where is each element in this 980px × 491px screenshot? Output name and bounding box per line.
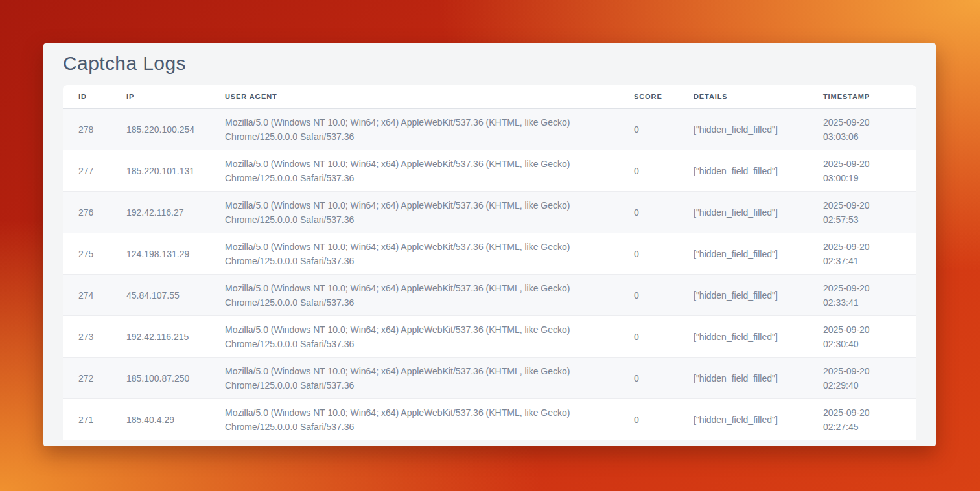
cell-details: ["hidden_field_filled"]	[678, 399, 808, 440]
page-title: Captcha Logs	[43, 43, 936, 75]
page-background: { "page": { "title": "Captcha Logs" }, "…	[0, 0, 980, 491]
cell-ip: 185.220.100.254	[111, 109, 209, 150]
cell-details: ["hidden_field_filled"]	[678, 316, 808, 358]
table-header-row: ID IP USER AGENT SCORE DETAILS TIMESTAMP	[63, 85, 916, 109]
cell-ip: 192.42.116.27	[111, 192, 209, 233]
cell-user-agent: Mozilla/5.0 (Windows NT 10.0; Win64; x64…	[209, 399, 618, 440]
table-header: ID IP USER AGENT SCORE DETAILS TIMESTAMP	[63, 85, 916, 109]
cell-id: 277	[63, 150, 111, 192]
cell-timestamp: 2025-09-20 02:33:41	[808, 275, 916, 316]
cell-id: 274	[63, 275, 111, 316]
cell-id: 273	[63, 316, 111, 358]
cell-user-agent: Mozilla/5.0 (Windows NT 10.0; Win64; x64…	[209, 150, 618, 192]
table-row: 275 124.198.131.29 Mozilla/5.0 (Windows …	[63, 233, 916, 275]
cell-score: 0	[618, 233, 678, 275]
cell-details: ["hidden_field_filled"]	[678, 109, 808, 150]
table-row: 277 185.220.101.131 Mozilla/5.0 (Windows…	[63, 150, 916, 192]
cell-id: 278	[63, 109, 111, 150]
column-header-timestamp: TIMESTAMP	[808, 85, 916, 109]
cell-user-agent: Mozilla/5.0 (Windows NT 10.0; Win64; x64…	[209, 233, 618, 275]
cell-timestamp: 2025-09-20 02:30:40	[808, 316, 916, 358]
cell-timestamp: 2025-09-20 03:03:06	[808, 109, 916, 150]
cell-ip: 124.198.131.29	[111, 233, 209, 275]
table-row: 278 185.220.100.254 Mozilla/5.0 (Windows…	[63, 109, 916, 150]
cell-user-agent: Mozilla/5.0 (Windows NT 10.0; Win64; x64…	[209, 109, 618, 150]
cell-details: ["hidden_field_filled"]	[678, 192, 808, 233]
cell-timestamp: 2025-09-20 02:29:40	[808, 358, 916, 399]
cell-score: 0	[618, 109, 678, 150]
cell-details: ["hidden_field_filled"]	[678, 150, 808, 192]
column-header-score: SCORE	[618, 85, 678, 109]
cell-id: 272	[63, 358, 111, 399]
cell-score: 0	[618, 150, 678, 192]
column-header-user-agent: USER AGENT	[209, 85, 618, 109]
captcha-logs-table: ID IP USER AGENT SCORE DETAILS TIMESTAMP…	[63, 85, 916, 440]
cell-id: 275	[63, 233, 111, 275]
cell-timestamp: 2025-09-20 02:37:41	[808, 233, 916, 275]
cell-details: ["hidden_field_filled"]	[678, 358, 808, 399]
cell-score: 0	[618, 275, 678, 316]
cell-user-agent: Mozilla/5.0 (Windows NT 10.0; Win64; x64…	[209, 275, 618, 316]
cell-score: 0	[618, 192, 678, 233]
cell-ip: 185.40.4.29	[111, 399, 209, 440]
cell-details: ["hidden_field_filled"]	[678, 275, 808, 316]
cell-details: ["hidden_field_filled"]	[678, 233, 808, 275]
table-row: 272 185.100.87.250 Mozilla/5.0 (Windows …	[63, 358, 916, 399]
table-row: 276 192.42.116.27 Mozilla/5.0 (Windows N…	[63, 192, 916, 233]
table-body: 278 185.220.100.254 Mozilla/5.0 (Windows…	[63, 109, 916, 440]
cell-user-agent: Mozilla/5.0 (Windows NT 10.0; Win64; x64…	[209, 192, 618, 233]
cell-timestamp: 2025-09-20 02:57:53	[808, 192, 916, 233]
cell-timestamp: 2025-09-20 03:00:19	[808, 150, 916, 192]
column-header-details: DETAILS	[678, 85, 808, 109]
cell-timestamp: 2025-09-20 02:27:45	[808, 399, 916, 440]
cell-ip: 185.100.87.250	[111, 358, 209, 399]
column-header-ip: IP	[111, 85, 209, 109]
cell-score: 0	[618, 358, 678, 399]
cell-user-agent: Mozilla/5.0 (Windows NT 10.0; Win64; x64…	[209, 316, 618, 358]
cell-score: 0	[618, 399, 678, 440]
table-row: 273 192.42.116.215 Mozilla/5.0 (Windows …	[63, 316, 916, 358]
cell-id: 276	[63, 192, 111, 233]
cell-user-agent: Mozilla/5.0 (Windows NT 10.0; Win64; x64…	[209, 358, 618, 399]
captcha-logs-card: Captcha Logs ID IP USER AGENT SCORE DETA…	[43, 43, 936, 446]
cell-id: 271	[63, 399, 111, 440]
table-row: 271 185.40.4.29 Mozilla/5.0 (Windows NT …	[63, 399, 916, 440]
table-row: 274 45.84.107.55 Mozilla/5.0 (Windows NT…	[63, 275, 916, 316]
cell-ip: 192.42.116.215	[111, 316, 209, 358]
column-header-id: ID	[63, 85, 111, 109]
cell-ip: 185.220.101.131	[111, 150, 209, 192]
cell-score: 0	[618, 316, 678, 358]
cell-ip: 45.84.107.55	[111, 275, 209, 316]
